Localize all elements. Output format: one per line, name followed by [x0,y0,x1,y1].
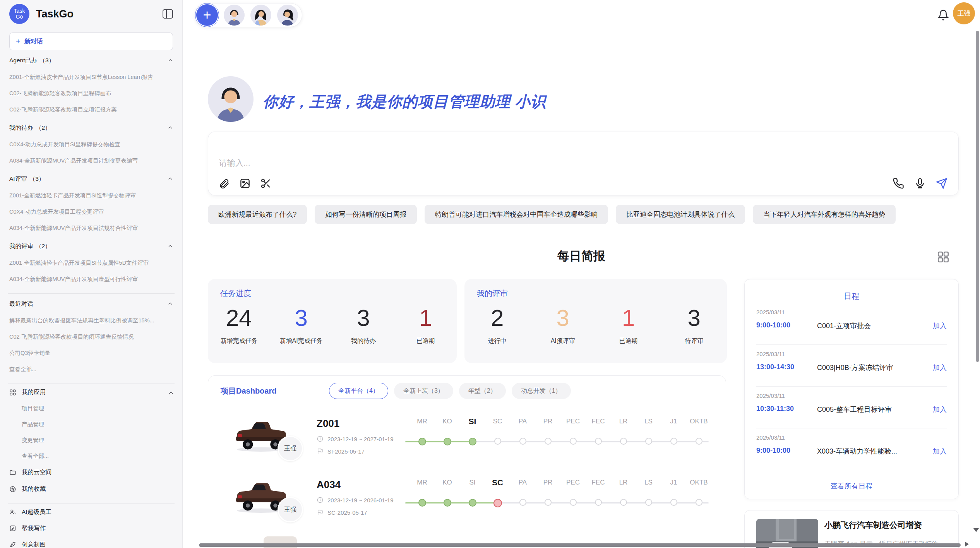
section-title: Agent已办 [9,57,37,65]
sidebar-item-change-mgmt[interactable]: 变更管理 [9,432,173,448]
milestone-dot [645,438,652,445]
section-my-todo[interactable]: 我的待办 （2） [9,119,173,136]
section-title: 最近对话 [9,300,33,308]
project-flag-label: SC-2025-05-17 [327,509,367,516]
stat-value: 3 [332,303,395,333]
news-card[interactable]: 小鹏飞行汽车制造公司增资 天眼查 App 显示，近日广州汇天飞行汽... [744,510,959,548]
chevron-up-icon[interactable] [168,125,173,130]
section-ai-review[interactable]: AI评审 （3） [9,170,173,187]
list-item[interactable]: Z001-全新燃油轻卡产品开发项目SI造型提交物评审 [9,187,173,204]
vertical-scrollbar-thumb[interactable] [976,31,979,362]
tab-new-body[interactable]: 全新上装（3） [394,383,453,399]
phone-call-icon[interactable] [893,178,904,189]
join-event-link[interactable]: 加入 [933,447,947,456]
section-count: （2） [36,124,51,132]
sidebar-item-my-apps[interactable]: 我的应用 [9,384,173,401]
tab-all-new-platform[interactable]: 全新平台（4） [329,383,388,399]
chevron-up-icon[interactable] [168,390,173,395]
stat-in-progress: 2 进行中 [464,303,530,345]
add-assistant-button[interactable]: + [196,4,218,26]
assistant-avatar-2[interactable] [250,5,271,26]
list-item[interactable]: 公司Q3轻卡销量 [9,345,173,361]
card-title: 任务进度 [220,288,251,299]
assistant-avatar-1[interactable] [224,5,245,26]
tab-year-model[interactable]: 年型（2） [459,383,506,399]
new-chat-button[interactable]: + 新对话 [9,33,173,50]
project-name[interactable]: A034 [317,479,341,491]
project-dashboard-card: 项目Dashboard 全新平台（4） 全新上装（3） 年型（2） 动总开发（1… [208,375,726,548]
section-agent-done[interactable]: Agent已办 （3） [9,52,173,69]
section-recent-chats[interactable]: 最近对话 [9,295,173,312]
notifications-bell-icon[interactable] [937,9,949,21]
suggestion-chip[interactable]: 如何写一份清晰的项目周报 [315,205,417,224]
chevron-up-icon[interactable] [168,176,173,182]
milestone-label: OKTB [686,477,711,488]
horizontal-scrollbar-thumb[interactable] [199,543,961,547]
chevron-up-icon[interactable] [168,243,173,249]
join-event-link[interactable]: 加入 [933,321,947,331]
list-item[interactable]: A034-全新新能源MUV产品开发项目计划变更表编写 [9,152,173,169]
list-item[interactable]: A034-全新新能源MUV产品开发项目造型可行性评审 [9,271,173,287]
sidebar-item-ai-employees[interactable]: AI超级员工 [9,504,173,520]
scroll-right-arrow-icon[interactable] [965,542,969,546]
message-composer[interactable]: 请输入... [208,132,959,195]
daily-briefing-title: 每日简报 [183,248,980,264]
suggestion-chip[interactable]: 特朗普可能对进口汽车增税会对中国车企造成哪些影响 [425,205,608,224]
milestone-label: OKTB [686,416,711,427]
tab-powertrain-dev[interactable]: 动总开发（1） [512,383,571,399]
join-event-link[interactable]: 加入 [933,405,947,414]
suggestion-chip[interactable]: 比亚迪全固态电池计划具体说了什么 [616,205,745,224]
scroll-down-arrow-icon[interactable] [973,528,979,532]
sidebar-item-favorites[interactable]: 我的收藏 [9,481,173,497]
project-name[interactable]: Z001 [317,418,339,430]
layout-grid-icon[interactable] [937,250,950,265]
suggestion-chips: 欧洲新规最近颁布了什么? 如何写一份清晰的项目周报 特朗普可能对进口汽车增税会对… [208,205,896,224]
attachment-icon[interactable] [218,178,230,189]
image-icon[interactable] [239,178,251,189]
list-item[interactable]: 解释最新出台的欧盟报废车法规再生塑料比例被调至15%... [9,312,173,329]
event-title: C003|H0B-方案冻结评审 [817,363,893,372]
microphone-icon[interactable] [914,178,926,189]
suggestion-chip[interactable]: 当下年轻人对汽车外观有怎样的喜好趋势 [753,205,896,224]
milestone-label: PEC [560,416,586,427]
sidebar-item-product-mgmt[interactable]: 产品管理 [9,416,173,432]
sidebar-item-cloud-space[interactable]: 我的云空间 [9,464,173,481]
event-time: 9:00-10:00 [756,321,790,329]
sidebar-item-help-write[interactable]: 帮我写作 [9,520,173,536]
divider [756,428,947,428]
sidebar-item-label: 创意制图 [22,541,46,548]
list-item[interactable]: C02-飞腾新能源轻客改款项目的闭环通告反馈情况 [9,329,173,345]
logo-line2: Go [16,14,23,20]
stat-label: 新增AI完成任务 [270,337,332,345]
list-item[interactable]: C0X4-动力总成开发项目工程变更评审 [9,204,173,220]
clock-icon [317,435,324,442]
list-item[interactable]: A034-全新新能源MUV产品开发项目法规符合性评审 [9,220,173,236]
section-my-review[interactable]: 我的评审 （2） [9,238,173,255]
chevron-up-icon[interactable] [168,58,173,63]
sidebar-item-project-mgmt[interactable]: 项目管理 [9,401,173,416]
view-all-apps-link[interactable]: 查看全部... [9,448,173,464]
collapse-sidebar-icon[interactable] [163,9,173,19]
event-date: 2025/03/11 [756,434,785,441]
join-event-link[interactable]: 加入 [933,363,947,372]
list-item[interactable]: Z001-全新燃油轻卡产品开发项目SI节点属性5D文件评审 [9,255,173,271]
milestone-dot [595,499,602,506]
list-item[interactable]: C0X4-动力总成开发项目SI里程碑提交物检查 [9,136,173,152]
scissors-icon[interactable] [260,178,272,189]
view-all-chats-link[interactable]: 查看全部... [9,361,173,377]
sidebar-item-creative-draw[interactable]: 创意制图 [9,536,173,548]
milestone-dot-done [418,438,426,445]
user-avatar[interactable]: 王强 [953,2,975,24]
view-all-schedule-link[interactable]: 查看所有日程 [745,481,958,491]
list-item[interactable]: C02-飞腾新能源轻客改款项目立项汇报方案 [9,101,173,118]
assistant-avatar-3[interactable] [277,5,298,26]
list-item[interactable]: C02-飞腾新能源轻客改款项目里程碑画布 [9,85,173,101]
project-flag-label: SI-2025-05-17 [327,448,365,455]
divider [756,386,947,387]
section-title: 我的待办 [9,124,33,132]
chevron-up-icon[interactable] [168,301,173,307]
suggestion-chip[interactable]: 欧洲新规最近颁布了什么? [208,205,307,224]
send-icon[interactable] [936,178,947,189]
list-item[interactable]: Z001-全新燃油皮卡产品开发项目SI节点Lesson Learn报告 [9,69,173,85]
milestone-dot [595,438,602,445]
